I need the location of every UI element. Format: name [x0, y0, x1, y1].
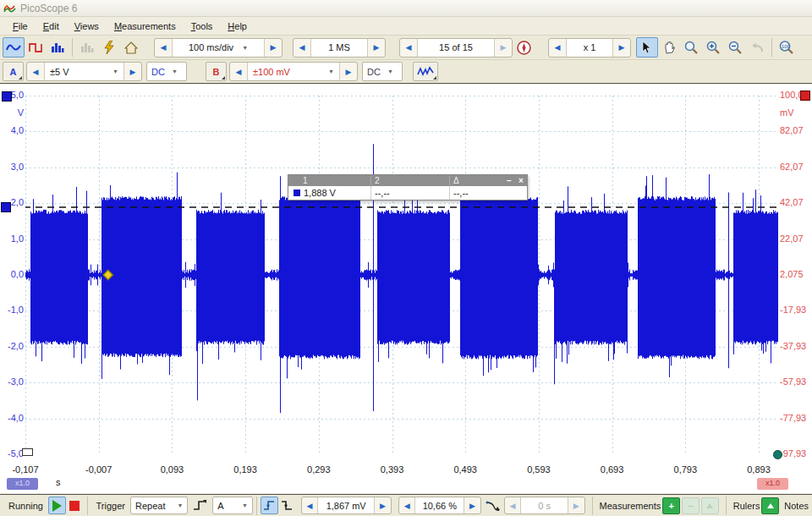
spectrum-bars-icon — [51, 41, 64, 53]
rising-edge-button[interactable] — [261, 497, 278, 514]
auto-setup-button[interactable] — [98, 37, 120, 58]
pointer-tool-button[interactable] — [636, 37, 658, 58]
grid-triangle-icon — [705, 502, 714, 509]
statusbar-separator — [726, 497, 727, 515]
scope-waveform-icon — [6, 41, 21, 53]
buffer-overview-button[interactable] — [513, 37, 535, 58]
ruler-box-header[interactable]: 1 2 Δ − × — [288, 175, 527, 186]
ruler-col-delta-header: Δ — [449, 176, 503, 185]
scope-view-button[interactable] — [3, 37, 25, 58]
persistence-view-button[interactable] — [25, 37, 47, 58]
hand-icon — [663, 41, 676, 54]
ruler-col-1-header: 1 — [288, 176, 370, 185]
hand-pan-tool-button[interactable] — [658, 37, 680, 58]
samples-value-box[interactable]: 1 MS — [310, 39, 368, 57]
channel-b-range-dropdown[interactable]: ±100 mV ▼ — [247, 63, 340, 80]
start-capture-button[interactable] — [48, 497, 66, 514]
spectrum-view-button[interactable] — [47, 37, 69, 58]
timebase-dropdown[interactable]: 100 ms/div ▼ — [172, 39, 265, 57]
zoom-window-tool-button[interactable] — [680, 37, 702, 58]
timebase-decrease-button[interactable]: ◀ — [155, 39, 172, 57]
square-wave-icon — [29, 42, 42, 53]
buffer-next-button[interactable]: ▶ — [495, 39, 512, 57]
left-axis-tick-label: 0,0 — [0, 269, 24, 279]
x-scale-badge-channel-a: x1.0 — [7, 478, 38, 490]
zoom-in-tool-button[interactable] — [702, 37, 724, 58]
status-bar: Running Trigger Repeat ▼ A ▼ ◀ 1,867 mV … — [0, 494, 812, 516]
channel-b-options-button[interactable]: B — [206, 62, 227, 81]
channel-a-range-increase[interactable]: ▶ — [124, 63, 141, 80]
corner-expander-icon — [433, 76, 436, 80]
waveform-canvas[interactable] — [25, 96, 778, 454]
menu-item-file[interactable]: File — [5, 19, 36, 34]
zoom-out-tool-button[interactable] — [724, 37, 746, 58]
trigger-level-box[interactable]: 1,867 mV — [317, 497, 375, 513]
rulers-settings-button[interactable] — [761, 497, 779, 514]
minimize-icon[interactable]: − — [503, 176, 515, 185]
menu-item-tools[interactable]: Tools — [184, 19, 221, 34]
right-axis-tick-label: -77,93 — [780, 413, 812, 423]
home-settings-button[interactable] — [120, 37, 142, 58]
signal-ruler-handle-a[interactable] — [1, 202, 11, 212]
right-axis-tick-label: 2,075 — [780, 269, 812, 279]
delay-curve-icon — [486, 500, 500, 512]
scope-display[interactable]: 5,04,03,02,01,00,0-1,0-2,0-3,0-4,0-5,0 V… — [0, 85, 812, 493]
post-trigger-delay-button[interactable] — [484, 497, 502, 514]
pre-trigger-increase[interactable]: ▶ — [464, 497, 480, 513]
channel-a-coupling-dropdown[interactable]: DC ▼ — [146, 62, 187, 81]
trigger-level-decrease[interactable]: ◀ — [302, 497, 318, 513]
ruler-value-delta: --,-- — [453, 188, 469, 198]
menu-item-edit[interactable]: Edit — [36, 19, 67, 34]
zoom-in-step-button[interactable]: ▶ — [613, 39, 630, 57]
trigger-mode-dropdown[interactable]: Repeat ▼ — [130, 497, 188, 514]
channel-a-range-decrease[interactable]: ◀ — [27, 63, 44, 80]
samples-decrease-button[interactable]: ◀ — [294, 39, 310, 57]
advanced-trigger-button[interactable] — [191, 497, 209, 514]
chevron-down-icon: ▼ — [242, 502, 248, 508]
main-toolbar: ◀ 100 ms/div ▼ ▶ ◀ 1 MS ▶ ◀ 15 of 15 ▶ ◀… — [0, 36, 812, 60]
pre-trigger-box[interactable]: 10,66 % — [414, 497, 464, 513]
capture-status-label: Running — [8, 501, 43, 511]
zoom-out-step-button[interactable]: ◀ — [549, 39, 566, 57]
buffer-marker-dot[interactable] — [773, 450, 782, 459]
trigger-delay-decrease[interactable]: ◀ — [505, 497, 521, 513]
zoom-full-button[interactable]: 100 — [776, 37, 798, 58]
add-measurement-button[interactable]: + — [662, 497, 680, 514]
menu-item-help[interactable]: Help — [220, 19, 255, 34]
stop-capture-button[interactable] — [66, 497, 84, 514]
cursor-arrow-icon — [642, 41, 652, 54]
signal-generator-button[interactable] — [413, 62, 438, 81]
timebase-increase-button[interactable]: ▶ — [265, 39, 282, 57]
persistence-spectrum-button-disabled — [76, 37, 98, 58]
channel-b-range-increase[interactable]: ▶ — [340, 63, 357, 80]
ruler-handle-parked-b[interactable] — [800, 91, 810, 101]
pre-trigger-decrease[interactable]: ◀ — [399, 497, 415, 513]
channel-a-range-dropdown[interactable]: ±5 V ▼ — [44, 63, 124, 80]
buffer-prev-button[interactable]: ◀ — [400, 39, 417, 57]
ruler-values-box[interactable]: 1 2 Δ − × 1,888 V --,-- --,-- — [288, 174, 528, 200]
trigger-level-increase[interactable]: ▶ — [375, 497, 391, 513]
left-axis-tick-label: 3,0 — [0, 162, 24, 172]
minus-icon: − — [688, 501, 693, 511]
undo-zoom-button-disabled — [746, 37, 768, 58]
notes-label: Notes — [784, 501, 809, 511]
trigger-delay-increase[interactable]: ▶ — [568, 497, 584, 513]
samples-increase-button[interactable]: ▶ — [368, 39, 385, 57]
channel-a-options-button[interactable]: A — [3, 62, 24, 81]
time-ruler-handle[interactable] — [22, 448, 33, 456]
close-icon[interactable]: × — [515, 176, 527, 185]
channel-b-range-decrease[interactable]: ◀ — [230, 63, 247, 80]
trigger-source-value: A — [217, 501, 223, 511]
app-icon — [3, 3, 16, 14]
lightning-bolt-icon — [103, 41, 115, 54]
samples-control: ◀ 1 MS ▶ — [293, 38, 386, 58]
svg-text:100: 100 — [782, 44, 791, 49]
x-axis-tick-label: 0,193 — [220, 464, 271, 475]
falling-edge-button[interactable] — [278, 497, 296, 514]
channel-b-coupling-dropdown[interactable]: DC ▼ — [362, 62, 403, 81]
ruler-handle-parked-a[interactable] — [2, 91, 12, 102]
trigger-source-dropdown[interactable]: A ▼ — [212, 497, 253, 514]
channel-a-marker-icon — [294, 189, 300, 196]
menu-item-views[interactable]: Views — [67, 19, 107, 34]
menu-item-measurements[interactable]: Measurements — [107, 19, 184, 34]
